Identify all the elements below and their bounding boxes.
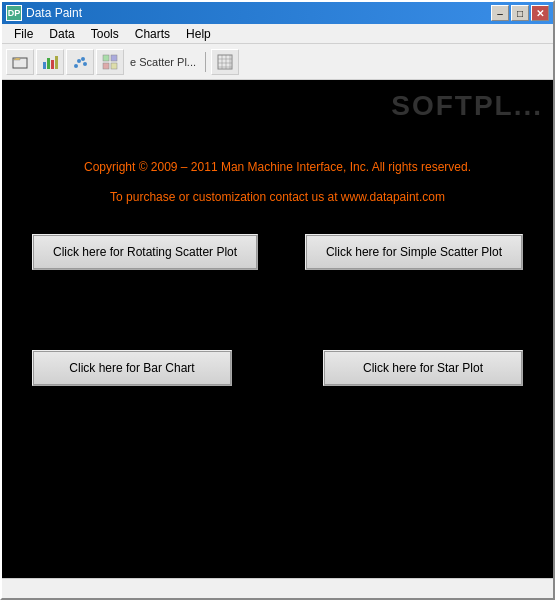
toolbar: e Scatter Pl... bbox=[2, 44, 553, 80]
star-plot-button[interactable]: Click here for Star Plot bbox=[323, 350, 523, 386]
menu-data[interactable]: Data bbox=[41, 25, 82, 43]
menu-file[interactable]: File bbox=[6, 25, 41, 43]
minimize-button[interactable]: – bbox=[491, 5, 509, 21]
svg-rect-10 bbox=[111, 55, 117, 61]
watermark: SOFTPL... bbox=[391, 90, 543, 122]
main-window: DP Data Paint – □ ✕ File Data Tools Char… bbox=[0, 0, 555, 600]
svg-rect-4 bbox=[55, 56, 58, 69]
content-area: SOFTPL... Copyright © 2009 – 2011 Man Ma… bbox=[2, 80, 553, 578]
toolbar-btn-4[interactable] bbox=[96, 49, 124, 75]
svg-point-5 bbox=[74, 64, 78, 68]
menu-tools[interactable]: Tools bbox=[83, 25, 127, 43]
toolbar-btn-2[interactable] bbox=[36, 49, 64, 75]
toolbar-scatter-label: e Scatter Pl... bbox=[126, 56, 200, 68]
rotating-scatter-button[interactable]: Click here for Rotating Scatter Plot bbox=[32, 234, 258, 270]
open-icon bbox=[12, 54, 28, 70]
toolbar-separator bbox=[205, 52, 206, 72]
buttons-row-1: Click here for Rotating Scatter Plot Cli… bbox=[22, 234, 533, 270]
menu-charts[interactable]: Charts bbox=[127, 25, 178, 43]
svg-point-7 bbox=[81, 57, 85, 61]
grid-icon bbox=[102, 54, 118, 70]
svg-rect-2 bbox=[47, 58, 50, 69]
toolbar-btn-5[interactable] bbox=[211, 49, 239, 75]
menu-bar: File Data Tools Charts Help bbox=[2, 24, 553, 44]
svg-rect-3 bbox=[51, 60, 54, 69]
toolbar-btn-3[interactable] bbox=[66, 49, 94, 75]
purchase-text: To purchase or customization contact us … bbox=[110, 190, 445, 204]
status-bar bbox=[2, 578, 553, 598]
simple-scatter-button[interactable]: Click here for Simple Scatter Plot bbox=[305, 234, 523, 270]
chart-icon bbox=[42, 54, 58, 70]
toolbar-btn-1[interactable] bbox=[6, 49, 34, 75]
table-icon bbox=[217, 54, 233, 70]
title-bar-left: DP Data Paint bbox=[6, 5, 82, 21]
close-button[interactable]: ✕ bbox=[531, 5, 549, 21]
app-icon: DP bbox=[6, 5, 22, 21]
title-controls: – □ ✕ bbox=[491, 5, 549, 21]
bar-chart-button[interactable]: Click here for Bar Chart bbox=[32, 350, 232, 386]
svg-point-6 bbox=[77, 59, 81, 63]
svg-rect-9 bbox=[103, 55, 109, 61]
window-title: Data Paint bbox=[26, 6, 82, 20]
buttons-row-2: Click here for Bar Chart Click here for … bbox=[22, 350, 533, 386]
menu-help[interactable]: Help bbox=[178, 25, 219, 43]
copyright-text: Copyright © 2009 – 2011 Man Machine Inte… bbox=[84, 160, 471, 174]
svg-rect-1 bbox=[43, 62, 46, 69]
scatter-icon bbox=[72, 54, 88, 70]
title-bar: DP Data Paint – □ ✕ bbox=[2, 2, 553, 24]
svg-rect-12 bbox=[111, 63, 117, 69]
restore-button[interactable]: □ bbox=[511, 5, 529, 21]
svg-rect-11 bbox=[103, 63, 109, 69]
svg-point-8 bbox=[83, 62, 87, 66]
